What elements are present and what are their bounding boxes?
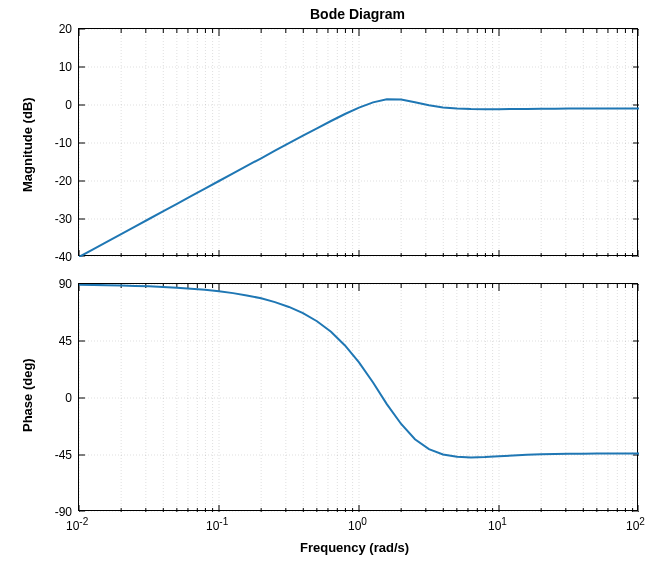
figure-title: Bode Diagram — [310, 6, 405, 22]
magnitude-axes — [78, 28, 638, 256]
mag-ytick--20: -20 — [55, 174, 72, 188]
figure-xlabel: Frequency (rad/s) — [300, 540, 409, 555]
xtick-1e-1: 10-1 — [206, 516, 228, 533]
phase-ylabel: Phase (deg) — [20, 358, 35, 432]
phase-plot — [79, 284, 639, 512]
magnitude-plot — [79, 29, 639, 257]
ph-ytick--45: -45 — [55, 448, 72, 462]
ph-ytick-0: 0 — [65, 391, 72, 405]
mag-ytick-20: 20 — [59, 22, 72, 36]
magnitude-ylabel: Magnitude (dB) — [20, 97, 35, 192]
mag-ytick--40: -40 — [55, 250, 72, 264]
mag-ytick-0: 0 — [65, 98, 72, 112]
xtick-1e0: 100 — [348, 516, 367, 533]
bode-figure: Bode Diagram Magnitude (dB) 20 10 0 -10 … — [0, 0, 663, 571]
xtick-1e2: 102 — [626, 516, 645, 533]
mag-ytick--30: -30 — [55, 212, 72, 226]
mag-ytick--10: -10 — [55, 136, 72, 150]
xtick-1e1: 101 — [488, 516, 507, 533]
ph-ytick-45: 45 — [59, 334, 72, 348]
phase-axes — [78, 283, 638, 511]
mag-ytick-10: 10 — [59, 60, 72, 74]
xtick-1e-2: 10-2 — [66, 516, 88, 533]
ph-ytick-90: 90 — [59, 277, 72, 291]
